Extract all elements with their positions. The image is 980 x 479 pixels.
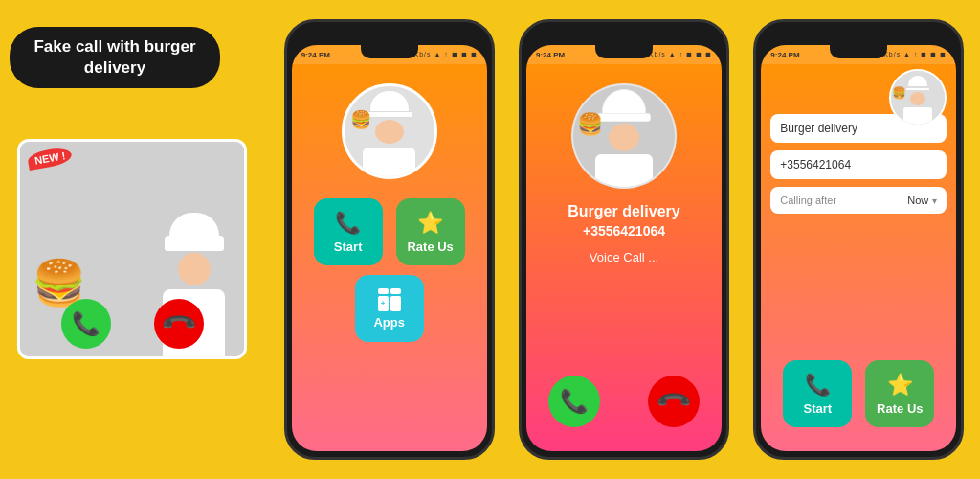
- decline-call-button[interactable]: 📞: [144, 288, 214, 359]
- notch-2: [595, 45, 653, 58]
- chef-body-1: [363, 148, 415, 176]
- status-time-2: 9:24 PM: [536, 51, 565, 59]
- phone-icon-3: 📞: [805, 373, 831, 398]
- start-label-1: Start: [334, 240, 363, 254]
- phone-screen-1: 9:24 PM 3.0Kb/s ▲ ↑ ◼ ◼ ◼ 🍔: [292, 45, 487, 451]
- phone-screen-2: 9:24 PM 3.0Kb/s ▲ ↑ ◼ ◼ ◼ 🍔 Burger deliv…: [526, 45, 722, 451]
- notch-3: [830, 45, 887, 58]
- rate-label-1: Rate Us: [407, 240, 453, 254]
- chef-image: 🍔 📞 📞: [20, 142, 244, 356]
- phone1-content: 9:24 PM 3.0Kb/s ▲ ↑ ◼ ◼ ◼ 🍔: [292, 45, 487, 451]
- rate-button-3[interactable]: ⭐ Rate Us: [865, 360, 934, 427]
- burger-small-1: 🍔: [350, 109, 371, 130]
- start-button-1[interactable]: 📞 Start: [314, 198, 383, 265]
- calling-after-label: Calling after: [780, 194, 907, 206]
- chef-hat-1: [369, 90, 410, 113]
- phone3-btns: 📞 Start ⭐ Rate Us: [761, 360, 956, 427]
- incoming-decline-button[interactable]: 📞: [637, 365, 710, 438]
- calling-after-value: Now: [907, 194, 928, 206]
- apps-label-1: Apps: [373, 315, 405, 330]
- star-icon-rate: ⭐: [417, 211, 443, 236]
- star-icon-3: ⭐: [887, 373, 913, 398]
- start-button-3[interactable]: 📞 Start: [783, 360, 852, 427]
- dropdown-arrow: ▾: [932, 195, 937, 206]
- phone2-content: 9:24 PM 3.0Kb/s ▲ ↑ ◼ ◼ ◼ 🍔 Burger deliv…: [526, 45, 722, 451]
- caller-avatar-2: 🍔: [571, 83, 677, 189]
- burger-small-2: 🍔: [577, 112, 603, 137]
- number-field[interactable]: +3556421064: [770, 150, 947, 179]
- phone-frame-2: 9:24 PM 3.0Kb/s ▲ ↑ ◼ ◼ ◼ 🍔 Burger deliv…: [519, 19, 729, 460]
- incoming-accept-button[interactable]: 📞: [548, 376, 600, 427]
- incoming-btns: 📞 📞: [548, 376, 700, 427]
- grid-icon: +: [378, 288, 401, 311]
- chef-avatar-inner-1: 🍔: [348, 90, 430, 176]
- app-preview-thumbnail: NEW ! 🍔 📞 📞: [17, 139, 247, 359]
- phone-frame-1: 9:24 PM 3.0Kb/s ▲ ↑ ◼ ◼ ◼ 🍔: [284, 19, 495, 460]
- title-text: Fake call with burger delivery: [33, 37, 195, 77]
- phone-screen-3: 9:24 PM 3.0Kb/s ▲ ↑ ◼ ◼ ◼ 🍔 Burger de: [761, 45, 956, 451]
- phone1-top-btns: 📞 Start ⭐ Rate Us: [314, 198, 465, 265]
- rate-label-3: Rate Us: [877, 401, 923, 416]
- chef-hat-2: [602, 89, 646, 115]
- chef-body-2: [595, 154, 653, 187]
- accept-call-button[interactable]: 📞: [61, 299, 111, 349]
- caller-phone: +3556421064: [583, 223, 665, 239]
- start-label-3: Start: [804, 401, 833, 416]
- chef-hat-brim-2: [597, 113, 651, 121]
- phone1-buttons: 📞 Start ⭐ Rate Us +: [314, 198, 465, 342]
- apps-button-1[interactable]: + Apps: [355, 275, 424, 342]
- rate-button-1[interactable]: ⭐ Rate Us: [396, 198, 465, 265]
- chef-avatar-1: 🍔: [342, 83, 437, 179]
- status-time-3: 9:24 PM: [770, 51, 799, 59]
- phones-container: 9:24 PM 3.0Kb/s ▲ ↑ ◼ ◼ ◼ 🍔: [268, 0, 980, 479]
- calling-after-row[interactable]: Calling after Now ▾: [770, 187, 947, 214]
- notch-1: [361, 45, 418, 58]
- call-type: Voice Call ...: [590, 250, 658, 264]
- phone3-content: 9:24 PM 3.0Kb/s ▲ ↑ ◼ ◼ ◼ 🍔 Burger de: [761, 45, 956, 451]
- phone-icon-start: 📞: [335, 211, 361, 236]
- title-badge: Fake call with burger delivery: [10, 27, 220, 88]
- caller-name: Burger delivery: [568, 203, 679, 220]
- chef-head-2: [609, 124, 639, 151]
- status-time-1: 9:24 PM: [301, 51, 330, 59]
- small-chef-avatar: 🍔: [889, 69, 947, 126]
- chef-head-1: [375, 120, 404, 144]
- chef-hat-brim-1: [366, 111, 413, 118]
- phone-frame-3: 9:24 PM 3.0Kb/s ▲ ↑ ◼ ◼ ◼ 🍔 Burger de: [753, 19, 964, 460]
